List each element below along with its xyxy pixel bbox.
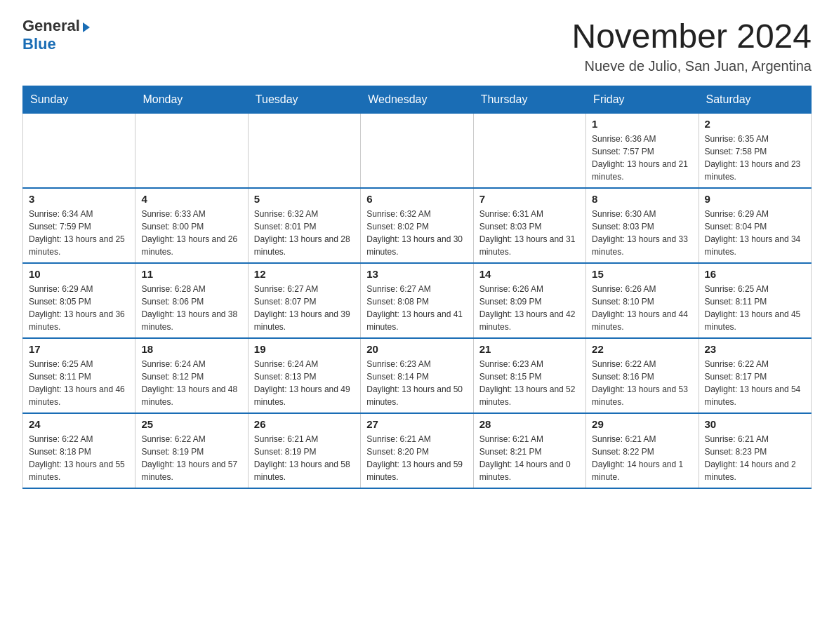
calendar-table: SundayMondayTuesdayWednesdayThursdayFrid…: [22, 86, 812, 489]
day-number: 18: [141, 343, 241, 355]
day-info: Sunrise: 6:36 AM Sunset: 7:57 PM Dayligh…: [592, 133, 692, 183]
day-info: Sunrise: 6:27 AM Sunset: 8:08 PM Dayligh…: [366, 283, 467, 333]
day-number: 7: [479, 193, 580, 205]
day-cell: 5Sunrise: 6:32 AM Sunset: 8:01 PM Daylig…: [248, 188, 360, 263]
header-cell-sunday: Sunday: [23, 86, 135, 114]
day-cell: 29Sunrise: 6:21 AM Sunset: 8:22 PM Dayli…: [586, 413, 699, 488]
day-info: Sunrise: 6:21 AM Sunset: 8:19 PM Dayligh…: [254, 433, 355, 483]
day-info: Sunrise: 6:23 AM Sunset: 8:14 PM Dayligh…: [366, 358, 467, 408]
day-cell: 16Sunrise: 6:25 AM Sunset: 8:11 PM Dayli…: [699, 263, 811, 338]
day-cell: [23, 114, 135, 189]
day-number: 20: [366, 343, 467, 355]
day-cell: 28Sunrise: 6:21 AM Sunset: 8:21 PM Dayli…: [473, 413, 585, 488]
day-info: Sunrise: 6:21 AM Sunset: 8:21 PM Dayligh…: [479, 433, 580, 483]
day-number: 27: [366, 418, 467, 430]
day-info: Sunrise: 6:28 AM Sunset: 8:06 PM Dayligh…: [141, 283, 241, 333]
day-number: 23: [705, 343, 805, 355]
day-info: Sunrise: 6:23 AM Sunset: 8:15 PM Dayligh…: [479, 358, 580, 408]
day-number: 21: [479, 343, 580, 355]
day-number: 10: [29, 268, 129, 280]
day-cell: 21Sunrise: 6:23 AM Sunset: 8:15 PM Dayli…: [473, 338, 585, 413]
day-info: Sunrise: 6:21 AM Sunset: 8:22 PM Dayligh…: [592, 433, 692, 483]
day-cell: 10Sunrise: 6:29 AM Sunset: 8:05 PM Dayli…: [23, 263, 135, 338]
day-number: 13: [366, 268, 467, 280]
header-cell-thursday: Thursday: [473, 86, 585, 114]
day-info: Sunrise: 6:27 AM Sunset: 8:07 PM Dayligh…: [254, 283, 355, 333]
day-info: Sunrise: 6:21 AM Sunset: 8:20 PM Dayligh…: [366, 433, 467, 483]
day-info: Sunrise: 6:24 AM Sunset: 8:13 PM Dayligh…: [254, 358, 355, 408]
day-cell: [135, 114, 248, 189]
logo-arrow-icon: [83, 22, 90, 32]
day-info: Sunrise: 6:31 AM Sunset: 8:03 PM Dayligh…: [479, 208, 580, 258]
day-number: 28: [479, 418, 580, 430]
day-cell: 11Sunrise: 6:28 AM Sunset: 8:06 PM Dayli…: [135, 263, 248, 338]
header-cell-monday: Monday: [135, 86, 248, 114]
day-number: 25: [141, 418, 241, 430]
day-cell: 20Sunrise: 6:23 AM Sunset: 8:14 PM Dayli…: [361, 338, 473, 413]
day-cell: [361, 114, 473, 189]
day-cell: 1Sunrise: 6:36 AM Sunset: 7:57 PM Daylig…: [586, 114, 699, 189]
day-info: Sunrise: 6:29 AM Sunset: 8:04 PM Dayligh…: [705, 208, 805, 258]
day-cell: 22Sunrise: 6:22 AM Sunset: 8:16 PM Dayli…: [586, 338, 699, 413]
day-info: Sunrise: 6:30 AM Sunset: 8:03 PM Dayligh…: [592, 208, 692, 258]
header-cell-wednesday: Wednesday: [361, 86, 473, 114]
day-cell: 26Sunrise: 6:21 AM Sunset: 8:19 PM Dayli…: [248, 413, 360, 488]
day-cell: 2Sunrise: 6:35 AM Sunset: 7:58 PM Daylig…: [699, 114, 811, 189]
day-number: 2: [705, 118, 805, 130]
day-cell: 23Sunrise: 6:22 AM Sunset: 8:17 PM Dayli…: [699, 338, 811, 413]
day-number: 19: [254, 343, 355, 355]
day-info: Sunrise: 6:34 AM Sunset: 7:59 PM Dayligh…: [29, 208, 129, 258]
day-cell: 25Sunrise: 6:22 AM Sunset: 8:19 PM Dayli…: [135, 413, 248, 488]
day-info: Sunrise: 6:35 AM Sunset: 7:58 PM Dayligh…: [705, 133, 805, 183]
calendar-subtitle: Nueve de Julio, San Juan, Argentina: [571, 58, 812, 74]
header-cell-tuesday: Tuesday: [248, 86, 360, 114]
day-number: 11: [141, 268, 241, 280]
day-number: 8: [592, 193, 692, 205]
day-cell: 3Sunrise: 6:34 AM Sunset: 7:59 PM Daylig…: [23, 188, 135, 263]
day-number: 17: [29, 343, 129, 355]
day-info: Sunrise: 6:32 AM Sunset: 8:01 PM Dayligh…: [254, 208, 355, 258]
day-cell: 8Sunrise: 6:30 AM Sunset: 8:03 PM Daylig…: [586, 188, 699, 263]
day-number: 26: [254, 418, 355, 430]
day-cell: 30Sunrise: 6:21 AM Sunset: 8:23 PM Dayli…: [699, 413, 811, 488]
day-cell: 9Sunrise: 6:29 AM Sunset: 8:04 PM Daylig…: [699, 188, 811, 263]
day-cell: 18Sunrise: 6:24 AM Sunset: 8:12 PM Dayli…: [135, 338, 248, 413]
day-cell: 14Sunrise: 6:26 AM Sunset: 8:09 PM Dayli…: [473, 263, 585, 338]
day-info: Sunrise: 6:26 AM Sunset: 8:09 PM Dayligh…: [479, 283, 580, 333]
day-cell: 27Sunrise: 6:21 AM Sunset: 8:20 PM Dayli…: [361, 413, 473, 488]
week-row-1: 1Sunrise: 6:36 AM Sunset: 7:57 PM Daylig…: [23, 114, 812, 189]
header-cell-friday: Friday: [586, 86, 699, 114]
day-cell: 17Sunrise: 6:25 AM Sunset: 8:11 PM Dayli…: [23, 338, 135, 413]
day-info: Sunrise: 6:29 AM Sunset: 8:05 PM Dayligh…: [29, 283, 129, 333]
day-number: 15: [592, 268, 692, 280]
day-cell: 4Sunrise: 6:33 AM Sunset: 8:00 PM Daylig…: [135, 188, 248, 263]
day-info: Sunrise: 6:21 AM Sunset: 8:23 PM Dayligh…: [705, 433, 805, 483]
day-info: Sunrise: 6:25 AM Sunset: 8:11 PM Dayligh…: [705, 283, 805, 333]
day-number: 12: [254, 268, 355, 280]
week-row-2: 3Sunrise: 6:34 AM Sunset: 7:59 PM Daylig…: [23, 188, 812, 263]
day-number: 30: [705, 418, 805, 430]
day-info: Sunrise: 6:33 AM Sunset: 8:00 PM Dayligh…: [141, 208, 241, 258]
day-number: 5: [254, 193, 355, 205]
day-number: 3: [29, 193, 129, 205]
day-cell: 15Sunrise: 6:26 AM Sunset: 8:10 PM Dayli…: [586, 263, 699, 338]
day-number: 9: [705, 193, 805, 205]
day-cell: 6Sunrise: 6:32 AM Sunset: 8:02 PM Daylig…: [361, 188, 473, 263]
day-number: 6: [366, 193, 467, 205]
day-info: Sunrise: 6:25 AM Sunset: 8:11 PM Dayligh…: [29, 358, 129, 408]
day-number: 29: [592, 418, 692, 430]
day-info: Sunrise: 6:26 AM Sunset: 8:10 PM Dayligh…: [592, 283, 692, 333]
day-cell: 7Sunrise: 6:31 AM Sunset: 8:03 PM Daylig…: [473, 188, 585, 263]
header-cell-saturday: Saturday: [699, 86, 811, 114]
logo-general-text: General: [22, 17, 80, 35]
calendar-title: November 2024: [571, 17, 812, 55]
day-number: 22: [592, 343, 692, 355]
day-number: 1: [592, 118, 692, 130]
day-cell: [248, 114, 360, 189]
logo-text: General: [22, 17, 90, 35]
day-number: 16: [705, 268, 805, 280]
title-area: November 2024 Nueve de Julio, San Juan, …: [571, 17, 812, 74]
day-info: Sunrise: 6:32 AM Sunset: 8:02 PM Dayligh…: [366, 208, 467, 258]
logo-blue-text: Blue: [22, 35, 56, 53]
day-info: Sunrise: 6:22 AM Sunset: 8:18 PM Dayligh…: [29, 433, 129, 483]
